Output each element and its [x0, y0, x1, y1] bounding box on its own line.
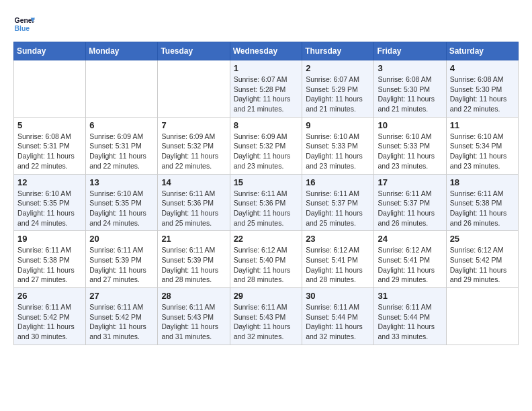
day-info: Sunrise: 6:12 AM Sunset: 5:41 PM Dayligh… [306, 245, 370, 285]
calendar-cell: 4Sunrise: 6:08 AM Sunset: 5:30 PM Daylig… [446, 60, 518, 118]
day-number: 30 [306, 291, 370, 301]
calendar-week-row: 19Sunrise: 6:11 AM Sunset: 5:38 PM Dayli… [14, 231, 519, 288]
day-number: 18 [450, 177, 515, 187]
day-number: 31 [378, 291, 442, 301]
weekday-header: Wednesday [230, 42, 302, 60]
day-info: Sunrise: 6:09 AM Sunset: 5:32 PM Dayligh… [234, 132, 299, 171]
calendar-cell: 26Sunrise: 6:11 AM Sunset: 5:42 PM Dayli… [14, 288, 86, 345]
calendar-cell: 19Sunrise: 6:11 AM Sunset: 5:38 PM Dayli… [14, 231, 86, 288]
weekday-header: Sunday [14, 42, 86, 60]
calendar-cell: 10Sunrise: 6:10 AM Sunset: 5:33 PM Dayli… [374, 117, 446, 174]
weekday-header: Saturday [446, 42, 518, 60]
calendar-cell: 2Sunrise: 6:07 AM Sunset: 5:29 PM Daylig… [302, 60, 374, 118]
calendar-header: SundayMondayTuesdayWednesdayThursdayFrid… [14, 42, 519, 60]
calendar-cell: 24Sunrise: 6:12 AM Sunset: 5:41 PM Dayli… [374, 231, 446, 288]
day-info: Sunrise: 6:11 AM Sunset: 5:36 PM Dayligh… [234, 189, 299, 228]
logo: General Blue [13, 13, 38, 35]
day-number: 17 [378, 177, 442, 187]
calendar-week-row: 26Sunrise: 6:11 AM Sunset: 5:42 PM Dayli… [14, 288, 519, 345]
calendar-cell: 15Sunrise: 6:11 AM Sunset: 5:36 PM Dayli… [230, 174, 302, 231]
calendar-cell: 5Sunrise: 6:08 AM Sunset: 5:31 PM Daylig… [14, 117, 86, 174]
day-info: Sunrise: 6:11 AM Sunset: 5:39 PM Dayligh… [161, 245, 226, 285]
calendar-cell: 17Sunrise: 6:11 AM Sunset: 5:37 PM Dayli… [374, 174, 446, 231]
day-number: 29 [234, 291, 299, 301]
day-number: 19 [17, 234, 82, 244]
day-info: Sunrise: 6:11 AM Sunset: 5:36 PM Dayligh… [161, 189, 226, 228]
day-info: Sunrise: 6:12 AM Sunset: 5:42 PM Dayligh… [450, 245, 515, 285]
weekday-header: Monday [86, 42, 158, 60]
calendar-table: SundayMondayTuesdayWednesdayThursdayFrid… [13, 42, 519, 345]
calendar-cell: 25Sunrise: 6:12 AM Sunset: 5:42 PM Dayli… [446, 231, 518, 288]
day-number: 13 [89, 177, 154, 187]
calendar-cell [158, 60, 230, 118]
day-number: 26 [17, 291, 82, 301]
calendar-cell: 16Sunrise: 6:11 AM Sunset: 5:37 PM Dayli… [302, 174, 374, 231]
day-info: Sunrise: 6:10 AM Sunset: 5:34 PM Dayligh… [450, 132, 515, 171]
day-number: 28 [161, 291, 226, 301]
day-info: Sunrise: 6:08 AM Sunset: 5:31 PM Dayligh… [17, 132, 82, 171]
day-number: 3 [378, 63, 442, 73]
day-info: Sunrise: 6:11 AM Sunset: 5:44 PM Dayligh… [378, 302, 442, 342]
calendar-cell: 9Sunrise: 6:10 AM Sunset: 5:33 PM Daylig… [302, 117, 374, 174]
calendar-cell: 6Sunrise: 6:09 AM Sunset: 5:31 PM Daylig… [86, 117, 158, 174]
calendar-cell: 23Sunrise: 6:12 AM Sunset: 5:41 PM Dayli… [302, 231, 374, 288]
day-info: Sunrise: 6:10 AM Sunset: 5:33 PM Dayligh… [378, 132, 442, 171]
calendar-cell: 20Sunrise: 6:11 AM Sunset: 5:39 PM Dayli… [86, 231, 158, 288]
calendar-cell: 22Sunrise: 6:12 AM Sunset: 5:40 PM Dayli… [230, 231, 302, 288]
calendar-cell: 28Sunrise: 6:11 AM Sunset: 5:43 PM Dayli… [158, 288, 230, 345]
calendar-week-row: 1Sunrise: 6:07 AM Sunset: 5:28 PM Daylig… [14, 60, 519, 118]
day-number: 12 [17, 177, 82, 187]
day-info: Sunrise: 6:11 AM Sunset: 5:39 PM Dayligh… [89, 245, 154, 285]
day-number: 27 [89, 291, 154, 301]
calendar-cell [86, 60, 158, 118]
calendar-cell [446, 288, 518, 345]
calendar-cell: 1Sunrise: 6:07 AM Sunset: 5:28 PM Daylig… [230, 60, 302, 118]
day-info: Sunrise: 6:11 AM Sunset: 5:37 PM Dayligh… [306, 189, 370, 228]
calendar-cell: 14Sunrise: 6:11 AM Sunset: 5:36 PM Dayli… [158, 174, 230, 231]
day-number: 21 [161, 234, 226, 244]
day-info: Sunrise: 6:11 AM Sunset: 5:42 PM Dayligh… [17, 302, 82, 342]
weekday-header: Tuesday [158, 42, 230, 60]
day-info: Sunrise: 6:10 AM Sunset: 5:33 PM Dayligh… [306, 132, 370, 171]
day-number: 20 [89, 234, 154, 244]
day-info: Sunrise: 6:09 AM Sunset: 5:32 PM Dayligh… [161, 132, 226, 171]
day-number: 4 [450, 63, 515, 73]
day-number: 14 [161, 177, 226, 187]
calendar-cell: 7Sunrise: 6:09 AM Sunset: 5:32 PM Daylig… [158, 117, 230, 174]
page-header: General Blue [13, 13, 519, 35]
day-info: Sunrise: 6:11 AM Sunset: 5:37 PM Dayligh… [378, 189, 442, 228]
day-info: Sunrise: 6:10 AM Sunset: 5:35 PM Dayligh… [89, 189, 154, 228]
calendar-cell: 29Sunrise: 6:11 AM Sunset: 5:43 PM Dayli… [230, 288, 302, 345]
calendar-cell: 8Sunrise: 6:09 AM Sunset: 5:32 PM Daylig… [230, 117, 302, 174]
logo-icon: General Blue [13, 13, 35, 35]
day-number: 22 [234, 234, 299, 244]
day-number: 15 [234, 177, 299, 187]
day-info: Sunrise: 6:11 AM Sunset: 5:42 PM Dayligh… [89, 302, 154, 342]
day-number: 10 [378, 120, 442, 130]
calendar-body: 1Sunrise: 6:07 AM Sunset: 5:28 PM Daylig… [14, 60, 519, 345]
day-info: Sunrise: 6:11 AM Sunset: 5:38 PM Dayligh… [450, 189, 515, 228]
day-info: Sunrise: 6:11 AM Sunset: 5:43 PM Dayligh… [234, 302, 299, 342]
calendar-cell: 31Sunrise: 6:11 AM Sunset: 5:44 PM Dayli… [374, 288, 446, 345]
header-row: SundayMondayTuesdayWednesdayThursdayFrid… [14, 42, 519, 60]
day-number: 25 [450, 234, 515, 244]
day-info: Sunrise: 6:09 AM Sunset: 5:31 PM Dayligh… [89, 132, 154, 171]
calendar-cell: 13Sunrise: 6:10 AM Sunset: 5:35 PM Dayli… [86, 174, 158, 231]
calendar-cell: 3Sunrise: 6:08 AM Sunset: 5:30 PM Daylig… [374, 60, 446, 118]
day-number: 9 [306, 120, 370, 130]
calendar-cell: 30Sunrise: 6:11 AM Sunset: 5:44 PM Dayli… [302, 288, 374, 345]
day-info: Sunrise: 6:10 AM Sunset: 5:35 PM Dayligh… [17, 189, 82, 228]
weekday-header: Friday [374, 42, 446, 60]
day-number: 16 [306, 177, 370, 187]
day-info: Sunrise: 6:12 AM Sunset: 5:40 PM Dayligh… [234, 245, 299, 285]
calendar-cell: 12Sunrise: 6:10 AM Sunset: 5:35 PM Dayli… [14, 174, 86, 231]
day-number: 24 [378, 234, 442, 244]
day-info: Sunrise: 6:08 AM Sunset: 5:30 PM Dayligh… [450, 75, 515, 114]
day-info: Sunrise: 6:11 AM Sunset: 5:44 PM Dayligh… [306, 302, 370, 342]
calendar-week-row: 12Sunrise: 6:10 AM Sunset: 5:35 PM Dayli… [14, 174, 519, 231]
calendar-week-row: 5Sunrise: 6:08 AM Sunset: 5:31 PM Daylig… [14, 117, 519, 174]
calendar-cell: 18Sunrise: 6:11 AM Sunset: 5:38 PM Dayli… [446, 174, 518, 231]
svg-text:Blue: Blue [15, 25, 30, 32]
day-info: Sunrise: 6:12 AM Sunset: 5:41 PM Dayligh… [378, 245, 442, 285]
day-info: Sunrise: 6:08 AM Sunset: 5:30 PM Dayligh… [378, 75, 442, 114]
